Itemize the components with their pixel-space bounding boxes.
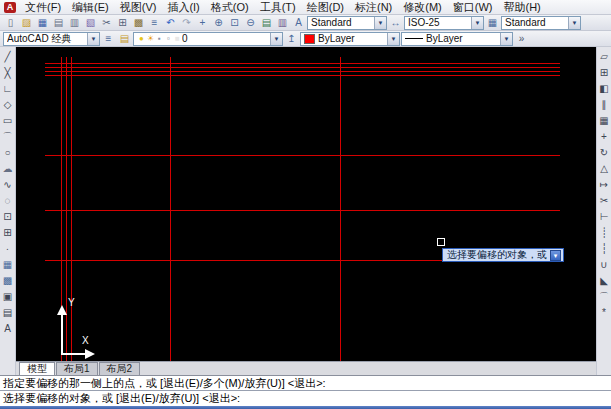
region-icon[interactable]: ▣ xyxy=(1,289,14,304)
menu-format[interactable]: 格式(O) xyxy=(206,0,254,15)
make-object-layer-icon[interactable]: ↥ xyxy=(284,32,299,46)
menu-edit[interactable]: 编辑(E) xyxy=(67,0,114,15)
spline-icon[interactable]: ∿ xyxy=(1,177,14,192)
menu-insert[interactable]: 插入(I) xyxy=(162,0,204,15)
zoom-window-icon[interactable]: ⊡ xyxy=(227,16,242,30)
drawing-canvas[interactable]: Y X 选择要偏移的对象，或 ▾ xyxy=(16,47,596,361)
toolpalettes-icon[interactable]: ▥ xyxy=(275,16,290,30)
axis-line-vertical[interactable] xyxy=(340,57,341,361)
pan-icon[interactable]: + xyxy=(195,16,210,30)
axis-line-horizontal[interactable] xyxy=(45,63,560,64)
trim-icon[interactable]: ✂ xyxy=(598,193,611,208)
publish-icon[interactable]: ▧ xyxy=(83,16,98,30)
paste-icon[interactable]: ▩ xyxy=(131,16,146,30)
tab-model[interactable]: 模型 xyxy=(19,362,55,375)
offset-icon[interactable]: ∥ xyxy=(598,97,611,112)
layer-lock-icon[interactable]: ▪ xyxy=(155,33,164,45)
copy-object-icon[interactable]: ⊞ xyxy=(598,65,611,80)
plot-icon[interactable]: ▤ xyxy=(51,16,66,30)
text-style-combo[interactable]: Standard ▼ xyxy=(307,16,387,30)
point-icon[interactable]: ∙ xyxy=(1,241,14,256)
polyline-icon[interactable]: ∟ xyxy=(1,81,14,96)
explode-icon[interactable]: * xyxy=(598,305,611,320)
break-at-point-icon[interactable]: ┊ xyxy=(598,225,611,240)
fillet-icon[interactable]: ⌒ xyxy=(598,289,611,304)
move-icon[interactable]: + xyxy=(598,129,611,144)
mirror-icon[interactable]: ◧ xyxy=(598,81,611,96)
layer-color-icon[interactable]: ■ xyxy=(173,33,182,45)
text-style-icon[interactable]: A xyxy=(291,16,306,30)
join-icon[interactable]: ∪ xyxy=(598,257,611,272)
table-style-icon[interactable]: ▦ xyxy=(485,16,500,30)
match-properties-icon[interactable]: ≡ xyxy=(147,16,162,30)
zoom-realtime-icon[interactable]: ⊕ xyxy=(211,16,226,30)
command-window[interactable]: 指定要偏移的那一侧上的点，或 [退出(E)/多个(M)/放弃(U)] <退出>:… xyxy=(0,375,611,406)
arc-icon[interactable]: ⌒ xyxy=(1,129,14,144)
revision-cloud-icon[interactable]: ☁ xyxy=(1,161,14,176)
chevron-down-icon[interactable]: ▼ xyxy=(87,33,99,45)
zoom-previous-icon[interactable]: ⊖ xyxy=(243,16,258,30)
scale-icon[interactable]: △ xyxy=(598,161,611,176)
hatch-icon[interactable]: ▦ xyxy=(1,257,14,272)
chevron-down-icon[interactable]: ▼ xyxy=(270,33,282,45)
chevron-down-icon[interactable]: ▼ xyxy=(500,33,512,45)
axis-line-horizontal[interactable] xyxy=(45,71,560,72)
cut-icon[interactable]: ✂ xyxy=(99,16,114,30)
menu-draw[interactable]: 绘图(D) xyxy=(302,0,349,15)
line-icon[interactable]: ╱ xyxy=(1,49,14,64)
menu-file[interactable]: 文件(F) xyxy=(20,0,66,15)
circle-icon[interactable]: ○ xyxy=(1,145,14,160)
mtext-icon[interactable]: A xyxy=(1,321,14,336)
erase-icon[interactable]: ▱ xyxy=(598,49,611,64)
table-style-combo[interactable]: Standard ▼ xyxy=(501,16,581,30)
make-block-icon[interactable]: ⊞ xyxy=(1,225,14,240)
menu-window[interactable]: 窗口(W) xyxy=(448,0,498,15)
dim-style-icon[interactable]: ↔ xyxy=(388,16,403,30)
save-icon[interactable]: ▦ xyxy=(35,16,50,30)
new-file-icon[interactable]: ▯ xyxy=(3,16,18,30)
open-folder-icon[interactable]: ▨ xyxy=(19,16,34,30)
axis-line-vertical[interactable] xyxy=(170,57,171,361)
print-preview-icon[interactable]: ▥ xyxy=(67,16,82,30)
menu-dimension[interactable]: 标注(N) xyxy=(350,0,397,15)
workspace-settings-icon[interactable]: ≡ xyxy=(101,32,116,46)
break-icon[interactable]: ┆ xyxy=(598,241,611,256)
chevron-down-icon[interactable]: ▼ xyxy=(568,17,580,29)
chevron-down-icon[interactable]: ▼ xyxy=(374,17,386,29)
stretch-icon[interactable]: ↦ xyxy=(598,177,611,192)
menu-modify[interactable]: 修改(M) xyxy=(398,0,447,15)
layer-properties-icon[interactable]: ▤ xyxy=(117,32,132,46)
array-icon[interactable]: ▦ xyxy=(598,113,611,128)
tab-layout1[interactable]: 布局1 xyxy=(56,362,98,375)
layer-freeze-icon[interactable]: ☀ xyxy=(146,33,155,45)
menu-tools[interactable]: 工具(T) xyxy=(255,0,301,15)
tooltip-down-icon[interactable]: ▾ xyxy=(550,250,561,261)
construction-line-icon[interactable]: ╳ xyxy=(1,65,14,80)
axis-line-horizontal[interactable] xyxy=(45,67,560,68)
chevron-down-icon[interactable]: ▼ xyxy=(471,17,483,29)
workspace-combo[interactable]: AutoCAD 经典 ▼ xyxy=(3,32,100,46)
layer-combo[interactable]: ●☀▪▫■ 0 ▼ xyxy=(133,32,283,46)
copy-icon[interactable]: ⊞ xyxy=(115,16,130,30)
axis-line-horizontal[interactable] xyxy=(45,75,560,76)
chamfer-icon[interactable]: ◣ xyxy=(598,273,611,288)
chevron-down-icon[interactable]: ▼ xyxy=(387,33,399,45)
redo-icon[interactable]: ↷ xyxy=(179,16,194,30)
rotate-icon[interactable]: ↻ xyxy=(598,145,611,160)
insert-block-icon[interactable]: ⊡ xyxy=(1,209,14,224)
dim-style-combo[interactable]: ISO-25 ▼ xyxy=(404,16,484,30)
properties-icon[interactable]: ▤ xyxy=(259,16,274,30)
gradient-icon[interactable]: ▩ xyxy=(1,273,14,288)
axis-line-horizontal[interactable] xyxy=(45,155,560,156)
menu-help[interactable]: 帮助(H) xyxy=(499,0,546,15)
undo-icon[interactable]: ↶ xyxy=(163,16,178,30)
tab-layout2[interactable]: 布局2 xyxy=(99,362,141,375)
color-combo[interactable]: ByLayer ▼ xyxy=(300,32,400,46)
axis-line-horizontal[interactable] xyxy=(45,210,560,211)
layer-on-icon[interactable]: ● xyxy=(137,33,146,45)
extend-icon[interactable]: ⊢ xyxy=(598,209,611,224)
table-icon[interactable]: ▤ xyxy=(1,305,14,320)
ellipse-icon[interactable]: ◌ xyxy=(1,193,14,208)
polygon-icon[interactable]: ◇ xyxy=(1,97,14,112)
linetype-combo[interactable]: ByLayer ▼ xyxy=(401,32,513,46)
